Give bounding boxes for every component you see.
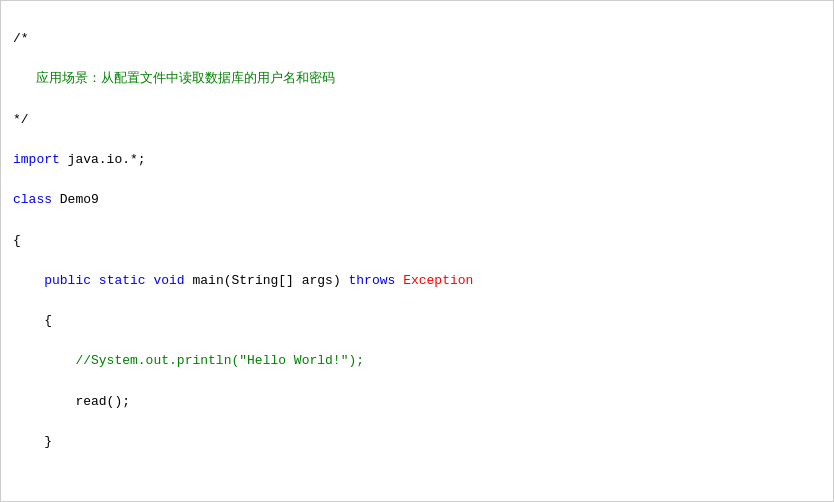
line-6: { (13, 231, 821, 251)
line-12 (13, 472, 821, 492)
line-9: //System.out.println("Hello World!"); (13, 351, 821, 371)
line-2: 应用场景：从配置文件中读取数据库的用户名和密码 (13, 69, 821, 89)
line-7: public static void main(String[] args) t… (13, 271, 821, 291)
line-4: import java.io.*; (13, 150, 821, 170)
line-1: /* (13, 29, 821, 49)
line-10: read(); (13, 392, 821, 412)
line-5: class Demo9 (13, 190, 821, 210)
line-11: } (13, 432, 821, 452)
line-8: { (13, 311, 821, 331)
line-3: */ (13, 110, 821, 130)
code-editor: /* 应用场景：从配置文件中读取数据库的用户名和密码 */ import jav… (0, 0, 834, 502)
